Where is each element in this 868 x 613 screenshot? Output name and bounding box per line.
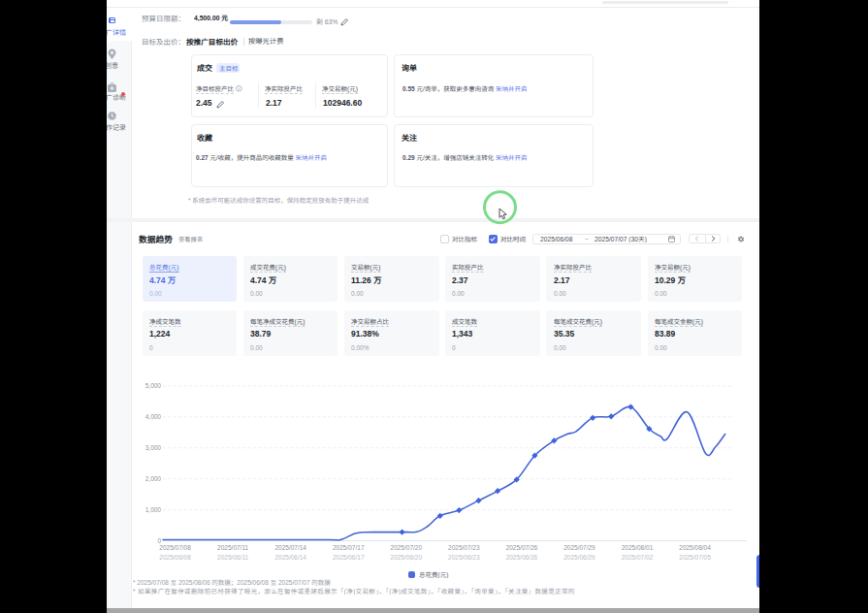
svg-text:4,000: 4,000 xyxy=(145,413,162,420)
svg-text:3,000: 3,000 xyxy=(145,444,162,451)
svg-text:2025/08/01: 2025/08/01 xyxy=(622,544,654,551)
svg-text:2025/06/23: 2025/06/23 xyxy=(448,554,480,561)
svg-text:2025/07/26: 2025/07/26 xyxy=(506,544,538,551)
svg-text:2025/07/05: 2025/07/05 xyxy=(679,554,711,561)
svg-text:5,000: 5,000 xyxy=(145,382,162,389)
svg-text:2025/08/04: 2025/08/04 xyxy=(679,544,711,551)
svg-text:2025/06/17: 2025/06/17 xyxy=(333,554,365,561)
svg-text:0: 0 xyxy=(157,537,161,544)
svg-text:2025/07/02: 2025/07/02 xyxy=(622,554,654,561)
svg-text:1,000: 1,000 xyxy=(145,506,162,513)
svg-text:2025/07/29: 2025/07/29 xyxy=(563,544,595,551)
svg-text:2,000: 2,000 xyxy=(145,475,162,482)
svg-text:2025/06/20: 2025/06/20 xyxy=(391,554,423,561)
svg-text:2025/06/26: 2025/06/26 xyxy=(506,554,538,561)
svg-text:2025/07/17: 2025/07/17 xyxy=(333,544,365,551)
svg-text:2025/06/29: 2025/06/29 xyxy=(563,554,595,561)
svg-text:2025/07/23: 2025/07/23 xyxy=(448,544,480,551)
svg-text:2025/07/11: 2025/07/11 xyxy=(217,544,248,551)
svg-text:2025/07/20: 2025/07/20 xyxy=(391,544,423,551)
svg-text:2025/07/14: 2025/07/14 xyxy=(274,544,306,551)
svg-text:2025/06/14: 2025/06/14 xyxy=(274,554,306,561)
svg-text:2025/06/08: 2025/06/08 xyxy=(159,554,191,561)
svg-text:2025/06/11: 2025/06/11 xyxy=(217,554,248,561)
svg-text:2025/07/08: 2025/07/08 xyxy=(159,544,191,551)
